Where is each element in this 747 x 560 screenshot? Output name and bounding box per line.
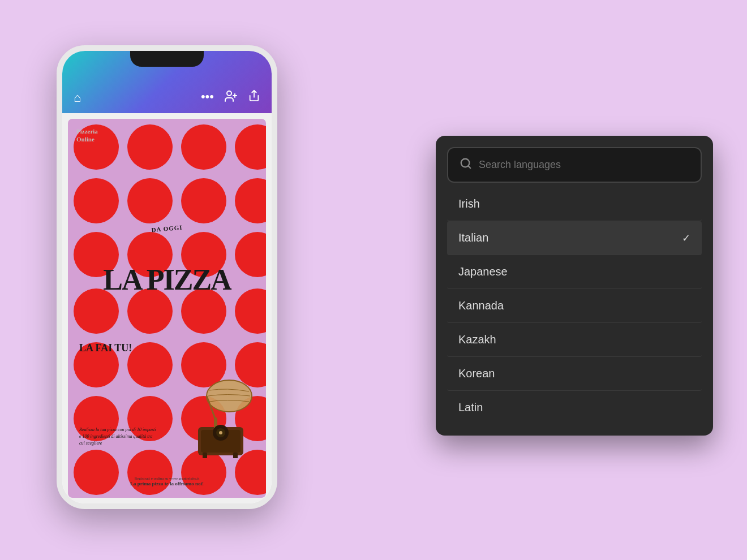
- home-icon[interactable]: ⌂: [74, 91, 81, 105]
- language-item-kannada[interactable]: Kannada ✓: [447, 289, 702, 323]
- phone-content: Pizzeria Online DA OGGI LA PIZZA LA FAI …: [62, 113, 272, 503]
- language-list: Irish ✓ Italian ✓ Japanese ✓ Kannada ✓ K…: [447, 187, 702, 424]
- language-label-korean: Korean: [458, 367, 495, 380]
- more-icon[interactable]: •••: [201, 89, 214, 106]
- language-item-italian[interactable]: Italian ✓: [447, 221, 702, 255]
- svg-line-15: [468, 166, 470, 168]
- language-item-korean[interactable]: Korean ✓: [447, 357, 702, 391]
- check-icon-italian: ✓: [682, 232, 690, 244]
- language-label-italian: Italian: [458, 231, 488, 244]
- poster-small-text: Realizza la tua pizza con più di 10 impa…: [79, 427, 158, 447]
- poster-la-pizza: LA PIZZA: [103, 263, 230, 296]
- phone-device: ⌂ •••: [57, 45, 277, 509]
- language-item-japanese[interactable]: Japanese ✓: [447, 255, 702, 289]
- pizza-poster: Pizzeria Online DA OGGI LA PIZZA LA FAI …: [68, 119, 266, 498]
- language-label-kannada: Kannada: [458, 299, 504, 312]
- language-label-irish: Irish: [458, 197, 480, 210]
- svg-rect-9: [233, 453, 238, 458]
- search-box[interactable]: [447, 147, 702, 183]
- poster-la-fai-tu: LA FAI TU!: [79, 342, 132, 354]
- poster-brand: Pizzeria Online: [76, 127, 257, 144]
- gramophone: [187, 379, 255, 453]
- svg-rect-8: [203, 453, 207, 458]
- language-label-japanese: Japanese: [458, 265, 508, 278]
- add-user-icon[interactable]: [224, 89, 238, 106]
- poster-footer: Registrati e ordina su www.granbelsito.i…: [68, 476, 266, 486]
- search-icon: [460, 157, 472, 173]
- language-label-latin: Latin: [458, 401, 483, 414]
- language-label-kazakh: Kazakh: [458, 333, 496, 346]
- language-item-kazakh[interactable]: Kazakh ✓: [447, 323, 702, 357]
- phone-notch: [130, 51, 204, 67]
- poster-footer-big: La prima pizza te la offriamo noi!: [68, 481, 266, 486]
- svg-point-0: [227, 91, 231, 96]
- language-dropdown: Irish ✓ Italian ✓ Japanese ✓ Kannada ✓ K…: [436, 136, 713, 436]
- poster-footer-small: Registrati e ordina su www.granbelsito.i…: [68, 476, 266, 481]
- language-item-latin[interactable]: Latin ✓: [447, 391, 702, 424]
- search-languages-input[interactable]: [479, 159, 689, 171]
- language-item-irish[interactable]: Irish ✓: [447, 187, 702, 221]
- svg-point-13: [219, 431, 222, 434]
- share-icon[interactable]: [248, 89, 260, 106]
